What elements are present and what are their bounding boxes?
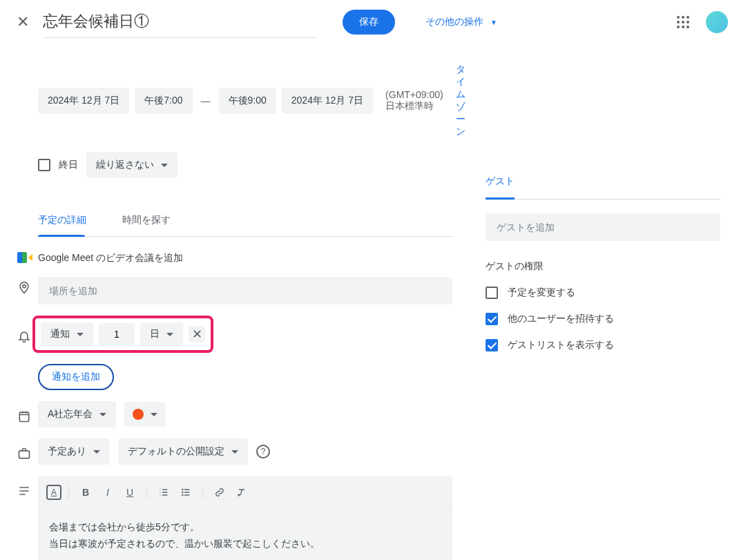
color-swatch (133, 409, 144, 420)
more-actions-dropdown[interactable]: その他の操作 ▼ (425, 16, 497, 28)
timezone-info: (GMT+09:00) 日本標準時 (385, 89, 443, 113)
description-toolbar: A B I U (38, 476, 452, 510)
link-button[interactable] (210, 483, 229, 502)
location-input[interactable] (38, 277, 452, 305)
svg-point-5 (182, 494, 183, 495)
numbered-list-button[interactable] (154, 483, 173, 502)
chevron-down-icon (231, 450, 238, 454)
description-section: A B I U (10, 476, 452, 560)
svg-point-4 (182, 492, 183, 492)
visibility-dropdown[interactable]: デフォルトの公開設定 (118, 438, 248, 465)
italic-button[interactable]: I (98, 483, 117, 502)
more-actions-label: その他の操作 (425, 16, 483, 28)
allday-label: 終日 (59, 159, 78, 171)
perm-invite-checkbox[interactable] (486, 313, 498, 325)
remove-notification-button[interactable]: ✕ (189, 326, 205, 342)
attachment-button[interactable]: A (46, 485, 61, 500)
allday-checkbox[interactable] (38, 159, 50, 171)
calendar-icon (17, 409, 31, 423)
chevron-down-icon (166, 333, 173, 336)
perm-see-checkbox[interactable] (486, 339, 498, 351)
start-date-picker[interactable]: 2024年 12月 7日 (38, 88, 129, 114)
perm-invite-label: 他のユーザーを招待する (508, 313, 614, 325)
availability-row: 予定あり デフォルトの公開設定 ? (10, 438, 452, 465)
location-row (10, 273, 452, 305)
video-conferencing-row: Google Meet のビデオ会議を追加 (10, 244, 452, 273)
add-notification-button[interactable]: 通知を追加 (38, 364, 114, 390)
guest-permissions-title: ゲストの権限 (486, 260, 720, 273)
end-time-picker[interactable]: 午後9:00 (219, 88, 276, 114)
availability-dropdown[interactable]: 予定あり (38, 438, 110, 465)
event-color-picker[interactable] (124, 402, 166, 427)
svg-rect-1 (19, 412, 28, 421)
header: ✕ 保存 その他の操作 ▼ (0, 0, 739, 44)
allday-row: 終日 繰り返さない (38, 152, 452, 178)
briefcase-icon (17, 447, 31, 461)
google-meet-icon (17, 252, 31, 263)
perm-modify-label: 予定を変更する (508, 287, 575, 299)
notification-method-label: 通知 (50, 328, 70, 340)
bold-button[interactable]: B (76, 483, 95, 502)
perm-modify-checkbox[interactable] (486, 287, 498, 299)
tab-find-time[interactable]: 時間を探す (122, 206, 182, 236)
chevron-down-icon (161, 164, 168, 167)
timezone-link[interactable]: タイムゾーン (456, 64, 466, 138)
perm-see-label: ゲストリストを表示する (508, 339, 614, 351)
notification-value-input[interactable] (99, 323, 135, 345)
chevron-down-icon: ▼ (490, 19, 497, 26)
calendar-row: A社忘年会 (10, 401, 452, 427)
svg-point-3 (182, 489, 183, 490)
perm-modify-row: 予定を変更する (486, 287, 720, 299)
calendar-name-label: A社忘年会 (48, 408, 93, 421)
chevron-down-icon (99, 413, 106, 416)
chevron-down-icon (93, 450, 100, 454)
notification-unit-dropdown[interactable]: 日 (140, 322, 183, 346)
visibility-help-icon[interactable]: ? (256, 445, 270, 458)
google-apps-icon[interactable] (677, 16, 689, 28)
chevron-down-icon (151, 413, 157, 416)
notification-method-dropdown[interactable]: 通知 (41, 322, 93, 346)
calendar-select-dropdown[interactable]: A社忘年会 (38, 401, 116, 427)
perm-invite-row: 他のユーザーを招待する (486, 313, 720, 325)
notification-editor-highlighted: 通知 日 ✕ (32, 316, 213, 353)
svg-point-0 (23, 284, 26, 287)
time-separator: — (198, 95, 213, 106)
perm-see-row: ゲストリストを表示する (486, 339, 720, 351)
description-line: 当日は寒波が予定されるので、温かい服装で起こしください。 (49, 536, 441, 552)
start-time-picker[interactable]: 午後7:00 (135, 88, 192, 114)
tab-event-details[interactable]: 予定の詳細 (38, 206, 97, 236)
bell-icon (17, 329, 31, 343)
availability-label: 予定あり (48, 445, 86, 458)
notification-unit-label: 日 (150, 328, 160, 340)
event-title-input[interactable] (43, 7, 318, 38)
datetime-row: 2024年 12月 7日 午後7:00 — 午後9:00 2024年 12月 7… (38, 64, 452, 138)
underline-button[interactable]: U (120, 483, 140, 502)
end-date-picker[interactable]: 2024年 12月 7日 (282, 88, 373, 114)
description-icon (17, 484, 31, 498)
close-button[interactable]: ✕ (17, 13, 29, 31)
svg-rect-2 (19, 451, 30, 458)
description-line: 会場までは会社から徒歩5分です。 (49, 519, 441, 536)
save-button[interactable]: 保存 (343, 10, 395, 35)
account-avatar[interactable] (706, 11, 728, 33)
bulleted-list-button[interactable] (176, 483, 195, 502)
detail-tabs: 予定の詳細 時間を探す (38, 206, 452, 237)
add-guests-input[interactable] (486, 213, 720, 241)
guests-tab[interactable]: ゲスト (486, 175, 515, 200)
recurrence-label: 繰り返さない (96, 159, 154, 171)
clear-formatting-button[interactable] (232, 483, 251, 502)
location-icon (17, 281, 31, 295)
recurrence-dropdown[interactable]: 繰り返さない (86, 152, 177, 178)
description-textarea[interactable]: 会場までは会社から徒歩5分です。 当日は寒波が予定されるので、温かい服装で起こし… (38, 510, 452, 560)
notification-section: 通知 日 ✕ 通知を追加 (10, 316, 452, 390)
chevron-down-icon (77, 333, 84, 336)
visibility-label: デフォルトの公開設定 (128, 445, 224, 458)
add-google-meet-button[interactable]: Google Meet のビデオ会議を追加 (38, 244, 452, 273)
